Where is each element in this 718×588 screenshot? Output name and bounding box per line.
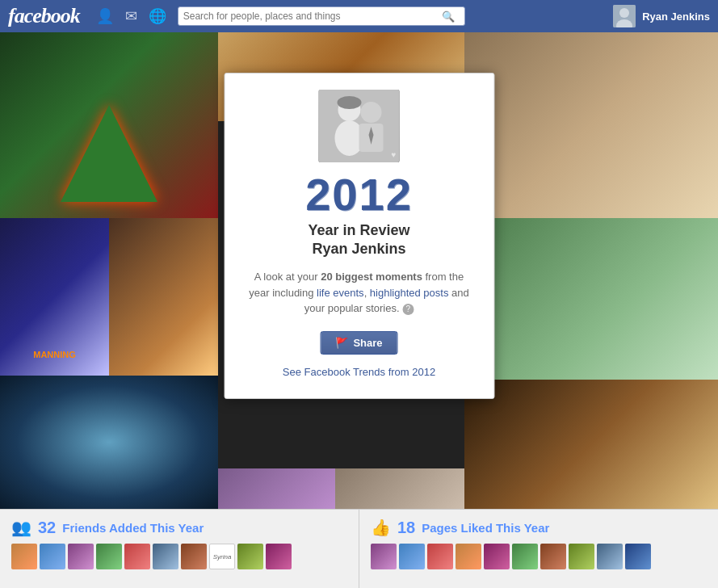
photo-tile-people-1 — [218, 468, 335, 509]
help-icon[interactable]: ? — [402, 304, 414, 315]
page-thumb — [625, 544, 651, 569]
desc-comma: , — [364, 287, 370, 299]
photo-tile-woman — [109, 218, 218, 376]
friend-thumb — [153, 544, 178, 569]
friend-thumb — [40, 544, 65, 569]
page-thumb — [399, 544, 425, 569]
header-right: Ryan Jenkins — [613, 5, 710, 27]
notifications-nav-icon[interactable]: 🌐 — [149, 7, 166, 25]
photo-tile-dance — [464, 32, 718, 218]
share-label: Share — [353, 337, 382, 349]
friends-panel-header: 👥 32 Friends Added This Year — [11, 518, 347, 537]
friend-thumb — [181, 544, 207, 569]
page-thumb — [569, 544, 594, 569]
photo-tile-night — [464, 380, 718, 509]
nav-icons: 👤 ✉ 🌐 — [96, 7, 166, 25]
friends-nav-icon[interactable]: 👤 — [96, 7, 114, 25]
friend-thumb — [124, 544, 150, 569]
likes-icon: 👍 — [371, 518, 391, 537]
bottom-stats-section: 👥 32 Friends Added This Year Syrina 👍 18… — [0, 509, 718, 588]
svg-point-6 — [361, 102, 382, 123]
friend-thumb — [11, 544, 37, 569]
friends-icon: 👥 — [11, 518, 31, 537]
page-thumb — [597, 544, 623, 569]
friend-thumb — [266, 544, 292, 569]
friend-thumb — [68, 544, 94, 569]
desc-bold: 20 biggest moments — [321, 271, 422, 283]
username-label[interactable]: Ryan Jenkins — [642, 10, 710, 23]
friend-thumb-signature: Syrina — [209, 544, 235, 569]
photo-tile-jersey — [0, 218, 109, 376]
top-navigation-bar: facebook 👤 ✉ 🌐 🔍 Ryan Jenkins — [0, 0, 718, 32]
friend-thumb — [237, 544, 263, 569]
photo-tile-globe — [0, 376, 218, 509]
photo-collage-background: 2012 Year in Review Ryan Jenkins A look … — [0, 32, 718, 509]
page-thumb — [484, 544, 510, 569]
review-description: A look at your 20 biggest moments from t… — [249, 269, 469, 317]
page-thumb — [512, 544, 538, 569]
friends-thumbnails: Syrina — [11, 544, 347, 569]
page-thumb — [540, 544, 566, 569]
likes-title: Pages Liked This Year — [422, 521, 549, 535]
pages-liked-panel: 👍 18 Pages Liked This Year — [359, 510, 718, 588]
likes-count: 18 — [397, 519, 415, 537]
friends-count: 32 — [38, 519, 56, 537]
messages-nav-icon[interactable]: ✉ — [125, 7, 137, 25]
share-button[interactable]: 🚩 Share — [320, 331, 397, 355]
couple-profile-photo — [319, 90, 400, 162]
life-events-link[interactable]: life events — [317, 287, 364, 299]
friends-title: Friends Added This Year — [62, 521, 204, 535]
search-input[interactable] — [183, 10, 442, 22]
search-button[interactable]: 🔍 — [442, 10, 455, 23]
facebook-logo[interactable]: facebook — [8, 4, 80, 28]
year-display: 2012 — [249, 172, 469, 217]
avatar — [613, 5, 636, 27]
friends-panel: 👥 32 Friends Added This Year Syrina — [0, 510, 359, 588]
pages-thumbnails — [371, 544, 707, 569]
svg-point-1 — [619, 8, 629, 18]
page-thumb — [427, 544, 453, 569]
year-in-review-modal: 2012 Year in Review Ryan Jenkins A look … — [224, 73, 494, 399]
pages-liked-panel-header: 👍 18 Pages Liked This Year — [371, 518, 707, 537]
page-thumb — [456, 544, 481, 569]
trends-link[interactable]: See Facebook Trends from 2012 — [283, 366, 435, 378]
photo-tile-outdoor — [464, 218, 718, 380]
highlighted-posts-link[interactable]: highlighted posts — [370, 287, 449, 299]
photo-tile-people-2 — [335, 468, 464, 509]
search-bar[interactable]: 🔍 — [178, 6, 465, 26]
photo-tile-christmas-tree — [0, 32, 218, 218]
friend-thumb — [96, 544, 122, 569]
desc-pre: A look at your — [254, 271, 321, 283]
review-title-label: Year in Review — [249, 222, 469, 239]
share-icon: 🚩 — [335, 337, 348, 349]
page-thumb — [371, 544, 397, 569]
review-name-label: Ryan Jenkins — [249, 241, 469, 258]
svg-point-9 — [338, 96, 362, 109]
